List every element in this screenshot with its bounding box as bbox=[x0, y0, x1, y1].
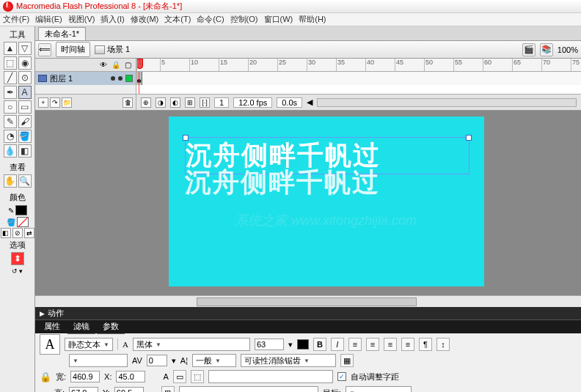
selection-tool-icon[interactable]: ▲ bbox=[4, 42, 17, 55]
tool-sub-combo[interactable]: ▼ bbox=[69, 354, 128, 367]
menu-help[interactable]: 帮助(H) bbox=[299, 14, 326, 25]
menu-view[interactable]: 视图(V) bbox=[68, 14, 95, 25]
align-center-button[interactable]: ≡ bbox=[366, 338, 379, 351]
layer-row[interactable]: 图层 1 bbox=[35, 72, 136, 85]
horizontal-scrollbar[interactable] bbox=[35, 295, 581, 307]
stage[interactable]: 沉舟侧畔千帆过 沉舟侧畔千帆过 系统之家 www.xitongzhijia.co… bbox=[169, 117, 484, 286]
link-input[interactable] bbox=[208, 370, 333, 383]
tab-filters[interactable]: 滤镜 bbox=[67, 319, 95, 334]
oval-tool-icon[interactable]: ○ bbox=[4, 100, 17, 114]
lasso-tool-icon[interactable]: ⊙ bbox=[18, 71, 32, 84]
text-tool-icon[interactable]: A bbox=[18, 86, 32, 99]
stage-text-2[interactable]: 沉舟侧畔千帆过 bbox=[185, 165, 469, 201]
add-motion-guide-button[interactable]: ↷ bbox=[50, 97, 60, 108]
onion-outline-icon[interactable]: ◐ bbox=[170, 97, 180, 108]
target-combo[interactable]: ▼ bbox=[346, 386, 412, 392]
zoom-tool-icon[interactable]: 🔍 bbox=[18, 174, 32, 188]
x-input[interactable] bbox=[116, 371, 145, 382]
onion-markers-icon[interactable]: [·] bbox=[200, 97, 210, 108]
scrollbar-thumb[interactable] bbox=[197, 297, 417, 306]
paint-bucket-tool-icon[interactable]: 🪣 bbox=[18, 130, 32, 143]
rectangle-tool-icon[interactable]: ▭ bbox=[18, 100, 32, 114]
timeline-toggle-button[interactable]: 时间轴 bbox=[56, 42, 90, 57]
paragraph-button[interactable]: ¶ bbox=[419, 338, 432, 351]
brush-tool-icon[interactable]: 🖌 bbox=[18, 115, 32, 128]
pencil-tool-icon[interactable]: ✎ bbox=[4, 115, 17, 128]
font-size-input[interactable] bbox=[255, 339, 284, 350]
edit-multiple-icon[interactable]: ⊞ bbox=[185, 97, 195, 108]
tab-properties[interactable]: 属性 bbox=[38, 319, 66, 334]
menu-text[interactable]: 文本(T) bbox=[164, 14, 191, 25]
insert-layer-button[interactable]: + bbox=[38, 97, 48, 108]
black-white-icon[interactable]: ◧ bbox=[1, 228, 11, 238]
back-button[interactable]: ⟸ bbox=[38, 43, 51, 56]
timeline-ruler[interactable]: 1510152025303540455055606570758085909510… bbox=[136, 59, 581, 71]
no-color-icon[interactable]: ⊘ bbox=[12, 228, 23, 238]
line-tool-icon[interactable]: ╱ bbox=[4, 71, 17, 84]
menu-control[interactable]: 控制(O) bbox=[230, 14, 258, 25]
bold-button[interactable]: B bbox=[313, 338, 326, 351]
height-input[interactable] bbox=[69, 387, 98, 392]
onion-skin-icon[interactable]: ◑ bbox=[156, 97, 166, 108]
insert-folder-button[interactable]: 📁 bbox=[62, 97, 72, 108]
av-stepper-icon[interactable]: ▾ bbox=[172, 356, 176, 366]
menu-commands[interactable]: 命令(C) bbox=[197, 14, 224, 25]
menu-modify[interactable]: 修改(M) bbox=[131, 14, 159, 25]
ink-bottle-tool-icon[interactable]: ◔ bbox=[4, 130, 17, 143]
align-left-button[interactable]: ≡ bbox=[348, 338, 362, 351]
format-button[interactable]: ⊞ bbox=[161, 386, 175, 392]
lock-layers-icon[interactable]: 🔒 bbox=[112, 61, 120, 69]
gradient-tool-icon[interactable]: ◉ bbox=[18, 56, 32, 70]
align-right-button[interactable]: ≡ bbox=[384, 338, 397, 351]
html-button[interactable]: ⬚ bbox=[191, 370, 204, 383]
autokern-checkbox[interactable]: ✓ bbox=[337, 372, 346, 381]
show-hide-layers-icon[interactable]: 👁 bbox=[100, 61, 107, 69]
hand-tool-icon[interactable]: ✋ bbox=[4, 174, 17, 188]
delete-layer-button[interactable]: 🗑 bbox=[123, 97, 133, 108]
pen-tool-icon[interactable]: ✒ bbox=[4, 86, 17, 99]
y-input[interactable] bbox=[114, 387, 144, 392]
menu-file[interactable]: 文件(F) bbox=[3, 14, 29, 25]
eraser-tool-icon[interactable]: ◧ bbox=[18, 144, 32, 158]
subselection-tool-icon[interactable]: ▽ bbox=[18, 42, 32, 55]
edit-symbols-icon[interactable]: 📚 bbox=[540, 43, 553, 56]
layer-visible-dot[interactable] bbox=[111, 76, 115, 81]
eyedropper-tool-icon[interactable]: 💧 bbox=[4, 144, 17, 158]
timeline-frames[interactable] bbox=[136, 72, 581, 85]
tab-parameters[interactable]: 参数 bbox=[97, 319, 125, 334]
edit-scene-icon[interactable]: 🎬 bbox=[522, 43, 536, 56]
font-combo[interactable]: 黑体▼ bbox=[133, 338, 250, 351]
lock-wh-icon[interactable]: 🔒 bbox=[40, 371, 51, 382]
orientation-button[interactable]: ↕ bbox=[436, 338, 450, 351]
center-frame-icon[interactable]: ⊕ bbox=[141, 97, 151, 108]
layer-outline-swatch[interactable] bbox=[125, 75, 133, 82]
var-input[interactable] bbox=[179, 386, 318, 392]
italic-button[interactable]: I bbox=[331, 338, 344, 351]
scene-label[interactable]: 场景 1 bbox=[107, 44, 130, 55]
actions-panel-header[interactable]: ▶ 动作 bbox=[35, 307, 581, 320]
keyframe-icon[interactable] bbox=[136, 72, 142, 85]
selectable-button[interactable]: ▭ bbox=[173, 370, 186, 383]
text-color-swatch[interactable] bbox=[297, 339, 309, 350]
text-orientation-icon[interactable]: ⬍ bbox=[11, 252, 24, 265]
align-justify-button[interactable]: ≡ bbox=[401, 338, 414, 351]
rotate-option-icon[interactable]: ↺ ▾ bbox=[12, 267, 23, 275]
document-tab[interactable]: 未命名-1* bbox=[38, 27, 86, 40]
timeline-collapse-icon[interactable]: ◀ bbox=[307, 97, 313, 107]
zoom-value[interactable]: 100% bbox=[558, 45, 578, 54]
embed-button[interactable]: ▦ bbox=[340, 354, 354, 367]
menu-edit[interactable]: 编辑(E) bbox=[35, 14, 62, 25]
swap-colors-icon[interactable]: ⇄ bbox=[24, 228, 34, 238]
size-stepper-icon[interactable]: ▾ bbox=[288, 340, 293, 350]
stage-area[interactable]: 沉舟侧畔千帆过 沉舟侧畔千帆过 系统之家 www.xitongzhijia.co… bbox=[35, 111, 581, 295]
fill-color-swatch[interactable] bbox=[17, 217, 29, 227]
width-input[interactable] bbox=[70, 371, 100, 382]
layer-lock-dot[interactable] bbox=[118, 76, 123, 81]
char-position-combo[interactable]: 一般▼ bbox=[192, 354, 236, 367]
text-type-combo[interactable]: 静态文本▼ bbox=[65, 338, 113, 351]
menu-window[interactable]: 窗口(W) bbox=[264, 14, 293, 25]
menu-insert[interactable]: 插入(I) bbox=[101, 14, 124, 25]
timeline-scrollbar[interactable] bbox=[317, 98, 577, 107]
antialias-combo[interactable]: 可读性消除锯齿▼ bbox=[241, 354, 336, 367]
free-transform-tool-icon[interactable]: ⬚ bbox=[4, 56, 17, 70]
